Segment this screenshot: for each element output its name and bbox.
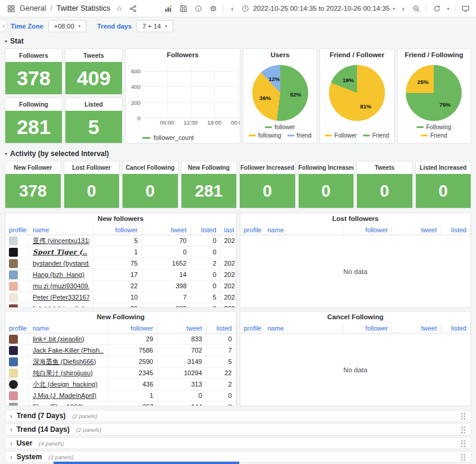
- column-header-profile[interactable]: profile: [5, 323, 29, 333]
- dashboards-grid-icon[interactable]: [6, 4, 15, 13]
- row-title: System: [17, 453, 42, 461]
- profile-name-link[interactable]: mu zi (muzi930409..: [33, 282, 89, 289]
- stat-panel-title[interactable]: Listed Increased: [416, 161, 471, 174]
- row-drag-handle[interactable]: [461, 426, 466, 434]
- row-header-activity[interactable]: ▾ Activity (by selected Interval): [5, 149, 471, 158]
- pie-chart[interactable]: 52%36%12%: [252, 65, 308, 121]
- column-header-listed[interactable]: listed: [441, 323, 471, 333]
- column-header-last[interactable]: last: [221, 225, 236, 235]
- column-header-follower[interactable]: follower: [343, 225, 392, 235]
- stat-panel-title[interactable]: Listed: [65, 98, 122, 111]
- stat-panel-title[interactable]: Following: [5, 98, 62, 111]
- table-panel-title[interactable]: Lost followers: [240, 213, 471, 225]
- column-header-follower[interactable]: follower: [109, 323, 158, 333]
- column-header-listed[interactable]: listed: [206, 323, 236, 333]
- chart-legend[interactable]: follower_count: [126, 132, 240, 143]
- column-header-tweet[interactable]: tweet: [158, 323, 206, 333]
- column-header-name[interactable]: name: [264, 323, 344, 333]
- add-panel-icon[interactable]: [164, 4, 173, 13]
- share-icon[interactable]: [128, 4, 137, 13]
- legend-item[interactable]: friend: [287, 132, 312, 139]
- profile-name-link[interactable]: Ebco (Ebco1996): [33, 403, 83, 406]
- column-header-listed[interactable]: listed: [441, 225, 471, 235]
- profile-name-link[interactable]: link⚡.bit (xieaolin): [33, 305, 84, 309]
- dashboard-row-user[interactable]: ›User(4 panels): [5, 437, 471, 449]
- panel-title[interactable]: Users: [271, 49, 290, 61]
- profile-name-link[interactable]: 纯白果汁 (shiroijusu): [33, 369, 93, 378]
- stat-panel-title[interactable]: Followers: [5, 49, 62, 62]
- profile-name-link[interactable]: J.Mia (J_MadeInApril): [33, 392, 96, 399]
- table-panel-title[interactable]: New Following: [5, 312, 236, 323]
- breadcrumb-folder[interactable]: General: [20, 4, 46, 13]
- zoom-out-icon[interactable]: [411, 4, 421, 13]
- stat-panel-title[interactable]: Follower Increased: [240, 161, 295, 174]
- dashboard-settings-icon[interactable]: ⚙: [208, 4, 218, 13]
- column-header-name[interactable]: name: [29, 323, 109, 333]
- stat-panel-title[interactable]: New Follower: [5, 161, 61, 174]
- column-header-name[interactable]: name: [29, 225, 93, 235]
- column-header-name[interactable]: name: [264, 225, 344, 235]
- legend-item[interactable]: Friend: [363, 132, 389, 139]
- column-header-follower[interactable]: follower: [93, 225, 142, 235]
- row-header-stat[interactable]: ▾ Stat: [5, 36, 471, 46]
- horizontal-scrollbar-thumb[interactable]: [54, 462, 239, 464]
- favorite-star-icon[interactable]: ☆: [114, 4, 124, 13]
- dashboard-row-trend-14-days[interactable]: ›Trend (14 Days)(2 panels): [5, 423, 471, 435]
- profile-name-link[interactable]: bystander (bystand..: [33, 260, 89, 267]
- table-panel-title[interactable]: New followers: [5, 213, 236, 225]
- legend-item[interactable]: following: [249, 132, 281, 139]
- info-circle-icon[interactable]: [193, 4, 203, 13]
- refresh-interval-dropdown[interactable]: ▾: [447, 7, 449, 11]
- expand-menu-icon: ›: [2, 23, 4, 29]
- column-header-tweet[interactable]: tweet: [392, 323, 441, 333]
- table-panel-title[interactable]: Cancel Following: [240, 312, 471, 323]
- page-title[interactable]: Twitter Statistics: [57, 4, 110, 13]
- profile-name-link[interactable]: Hang (bzh_Hang): [33, 271, 84, 278]
- column-header-profile[interactable]: profile: [240, 225, 264, 235]
- profile-name-link[interactable]: link⚡.bit (xieaolin): [33, 335, 84, 343]
- column-header-tweet[interactable]: tweet: [142, 225, 191, 235]
- stat-panel-title[interactable]: Lost Follower: [64, 161, 120, 174]
- row-drag-handle[interactable]: [461, 453, 466, 461]
- row-drag-handle[interactable]: [461, 412, 466, 420]
- trend-days-select[interactable]: 7 + 14 ▾: [136, 20, 173, 32]
- stat-panel-title[interactable]: Cancel Following: [123, 161, 178, 174]
- refresh-icon[interactable]: [432, 4, 441, 13]
- column-header-listed[interactable]: listed: [191, 225, 221, 235]
- profile-name-link[interactable]: Peter (Peter332167..: [33, 294, 89, 301]
- panel-title[interactable]: Friend / Following: [405, 49, 463, 61]
- column-header-profile[interactable]: profile: [5, 225, 29, 235]
- stat-panel-title[interactable]: Tweets: [65, 49, 122, 62]
- profile-avatar: [9, 357, 18, 366]
- time-range-back-icon[interactable]: ‹: [229, 4, 235, 13]
- column-header-follower[interactable]: follower: [343, 323, 392, 333]
- legend-item[interactable]: Friend: [421, 132, 447, 139]
- legend-item[interactable]: Follower: [325, 132, 357, 139]
- legend-item[interactable]: Following: [416, 124, 451, 130]
- profile-name-link[interactable]: 小北 (design_hacking): [33, 380, 98, 389]
- stat-panel-title[interactable]: Tweets: [357, 161, 412, 174]
- timezone-select[interactable]: +08:00 ▾: [48, 20, 86, 32]
- time-range-forward-icon[interactable]: ›: [400, 4, 406, 13]
- legend-item[interactable]: follower: [265, 124, 295, 130]
- dashboard-row-trend-7-days[interactable]: ›Trend (7 Days)(2 panels): [5, 410, 471, 422]
- dashboard-row-system[interactable]: ›System(3 panels): [5, 451, 471, 463]
- row-drag-handle[interactable]: [461, 440, 466, 447]
- time-range-picker[interactable]: 2022-10-25 00:14:35 to 2022-10-26 00:14:…: [240, 4, 394, 13]
- cycle-view-monitor-icon[interactable]: [461, 4, 470, 13]
- stat-panel-title[interactable]: New Following: [181, 161, 237, 174]
- profile-name-link[interactable]: 亚伟 (vincentxu1318): [33, 236, 89, 245]
- column-header-tweet[interactable]: tweet: [392, 225, 441, 235]
- stat-panel-title[interactable]: Following Increased: [299, 161, 354, 174]
- panel-title[interactable]: Friend / Follower: [330, 49, 384, 61]
- save-dashboard-icon[interactable]: [178, 4, 188, 13]
- pie-chart[interactable]: 75%25%: [406, 65, 462, 121]
- sidebar-toggle[interactable]: ›: [0, 19, 8, 32]
- pie-chart[interactable]: 81%19%: [329, 65, 385, 121]
- profile-name-link[interactable]: Sport Tiger (..: [33, 248, 87, 256]
- profile-name-link[interactable]: 深海墨鱼 (Diefish666): [33, 357, 96, 366]
- panel-title[interactable]: Followers: [126, 49, 240, 61]
- time-series-plot[interactable]: 600400200006:0012:0018:0000:00: [126, 61, 240, 132]
- column-header-profile[interactable]: profile: [240, 323, 264, 333]
- profile-name-link[interactable]: Jack Fake-Killer (Phish..: [33, 347, 104, 354]
